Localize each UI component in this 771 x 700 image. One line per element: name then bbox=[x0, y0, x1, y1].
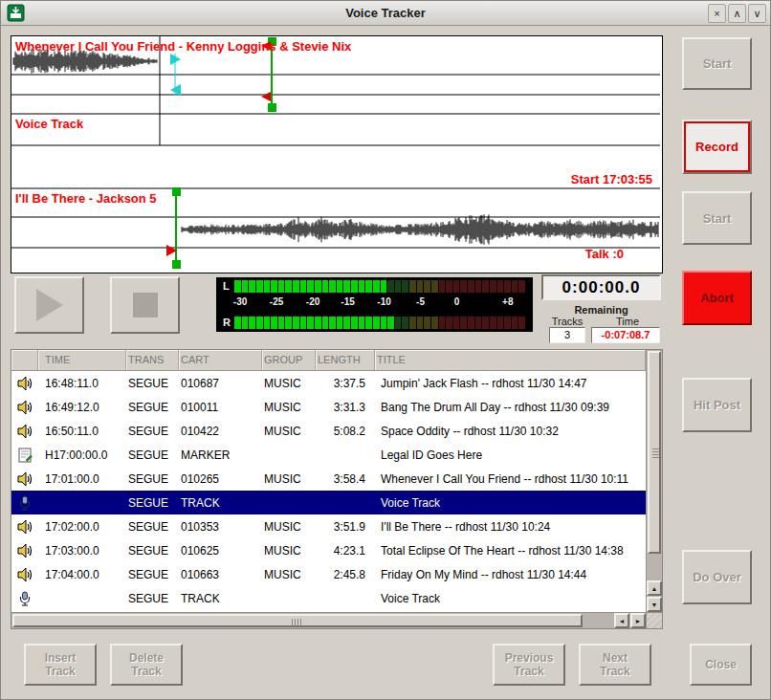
col-icon[interactable] bbox=[11, 350, 38, 370]
play-button[interactable] bbox=[14, 276, 84, 334]
col-length[interactable]: LENGTH bbox=[316, 350, 375, 370]
cell-trans: SEGUE bbox=[126, 472, 179, 486]
maximize-icon[interactable]: ∧ bbox=[728, 4, 746, 23]
insert-track-button[interactable]: Insert Track bbox=[24, 644, 97, 686]
do-over-button[interactable]: Do Over bbox=[682, 550, 752, 604]
vertical-scrollbar[interactable]: ▲ ▼ bbox=[646, 350, 662, 612]
cell-title: Voice Track bbox=[375, 496, 646, 510]
start-track3-button[interactable]: Start bbox=[682, 191, 752, 245]
speaker-icon bbox=[11, 424, 38, 439]
cell-group: MUSIC bbox=[262, 401, 316, 414]
log-row[interactable]: 17:04:00.0SEGUE010663MUSIC2:45.8Friday O… bbox=[11, 562, 646, 586]
stop-button[interactable] bbox=[110, 276, 180, 334]
cell-cart: 010687 bbox=[179, 377, 262, 390]
hit-post-button[interactable]: Hit Post bbox=[682, 378, 752, 432]
col-group[interactable]: GROUP bbox=[262, 350, 316, 370]
abort-label: Abort bbox=[700, 291, 734, 305]
cell-time: H17:00:00.0 bbox=[38, 448, 126, 462]
cell-length: 3:37.5 bbox=[316, 377, 375, 390]
next-track-label: Next Track bbox=[595, 651, 635, 679]
cell-group: MUSIC bbox=[262, 472, 316, 486]
abort-button[interactable]: Abort bbox=[682, 271, 752, 325]
log-row[interactable]: 17:01:00.0SEGUE010265MUSIC3:58.4Whenever… bbox=[11, 467, 646, 491]
col-time[interactable]: TIME bbox=[38, 350, 126, 370]
cell-cart: TRACK bbox=[179, 592, 262, 605]
close-label: Close bbox=[705, 658, 737, 671]
waveform-panel[interactable]: Whenever I Call You Friend - Kenny Loggi… bbox=[11, 35, 663, 273]
next-track-button[interactable]: Next Track bbox=[579, 644, 651, 686]
cell-length: 5:08.2 bbox=[316, 425, 375, 438]
hscroll-thumb[interactable] bbox=[12, 614, 583, 627]
remaining-tracks-value: 3 bbox=[549, 327, 585, 343]
vscroll-thumb[interactable] bbox=[648, 351, 661, 554]
log-row[interactable]: H17:00:00.0SEGUEMARKERLegal ID Goes Here bbox=[11, 443, 646, 467]
scroll-left-icon[interactable]: ◄ bbox=[614, 613, 629, 628]
remaining-tracks-label: Tracks bbox=[545, 316, 589, 327]
cell-trans: SEGUE bbox=[126, 592, 179, 605]
scroll-down-icon[interactable]: ▼ bbox=[647, 597, 662, 612]
log-header[interactable]: TIME TRANS CART GROUP LENGTH TITLE bbox=[11, 350, 646, 371]
close-button[interactable]: Close bbox=[690, 644, 752, 686]
titlebar[interactable]: Voice Tracker × ∧ ∨ bbox=[1, 1, 770, 26]
scroll-up-icon[interactable]: ▲ bbox=[647, 580, 662, 596]
track3-marker-handle-top[interactable] bbox=[172, 187, 181, 196]
log-row[interactable]: 16:48:11.0SEGUE010687MUSIC3:37.5Jumpin' … bbox=[11, 371, 646, 395]
speaker-icon bbox=[11, 543, 38, 558]
cell-time: 16:49:12.0 bbox=[38, 401, 126, 414]
meter-right-label: R bbox=[223, 317, 231, 328]
cell-cart: 010265 bbox=[179, 472, 262, 486]
cell-title: Whenever I Call You Friend -- rdhost 11/… bbox=[375, 472, 646, 486]
shade-icon[interactable]: ∨ bbox=[748, 4, 766, 23]
track3-marker-handle-bottom[interactable] bbox=[172, 260, 181, 269]
cell-cart: 010422 bbox=[179, 425, 262, 438]
track1-title: Whenever I Call You Friend - Kenny Loggi… bbox=[15, 39, 351, 54]
remaining-time-value: -0:07:08.7 bbox=[591, 327, 660, 343]
cell-title: Legal ID Goes Here bbox=[375, 448, 646, 462]
speaker-icon bbox=[11, 471, 38, 487]
waveform-canvas bbox=[11, 36, 660, 271]
record-button[interactable]: Record bbox=[682, 120, 752, 174]
stop-icon bbox=[133, 293, 158, 317]
cell-cart: MARKER bbox=[179, 448, 262, 462]
track1-fade-marker-bottom[interactable] bbox=[261, 92, 271, 101]
cell-trans: SEGUE bbox=[126, 448, 179, 462]
remaining-label: Remaining bbox=[541, 304, 661, 316]
cell-length: 3:51.9 bbox=[316, 520, 375, 534]
do-over-label: Do Over bbox=[693, 570, 741, 584]
audio-level-meter: L -30-25-20-15-10-50+8 R bbox=[216, 277, 533, 332]
track3-title: I'll Be There - Jackson 5 bbox=[15, 191, 157, 206]
previous-track-button[interactable]: Previous Track bbox=[493, 644, 565, 686]
col-trans[interactable]: TRANS bbox=[126, 350, 179, 370]
hit-post-label: Hit Post bbox=[694, 398, 740, 412]
col-title[interactable]: TITLE bbox=[375, 350, 646, 370]
marker-icon bbox=[11, 448, 38, 463]
window-title: Voice Tracker bbox=[1, 1, 770, 25]
window-controls: × ∧ ∨ bbox=[708, 4, 766, 23]
col-cart[interactable]: CART bbox=[179, 350, 262, 370]
log-row[interactable]: 16:49:12.0SEGUE010011MUSIC3:31.3Bang The… bbox=[11, 395, 646, 419]
cell-group: MUSIC bbox=[262, 377, 316, 390]
track3-talk-annotation: Talk :0 bbox=[585, 247, 624, 261]
meter-left-bar bbox=[234, 280, 525, 293]
scroll-right-icon[interactable]: ► bbox=[630, 613, 646, 628]
close-icon[interactable]: × bbox=[708, 4, 726, 23]
start-track1-button[interactable]: Start bbox=[682, 37, 752, 90]
cell-trans: SEGUE bbox=[126, 520, 179, 534]
log-row[interactable]: SEGUETRACKVoice Track bbox=[11, 491, 646, 514]
log-row[interactable]: 16:50:11.0SEGUE010422MUSIC5:08.2Space Od… bbox=[11, 419, 646, 443]
log-row[interactable]: 17:03:00.0SEGUE010625MUSIC4:23.1Total Ec… bbox=[11, 538, 646, 562]
horizontal-scrollbar[interactable]: ◄ ► bbox=[11, 612, 646, 628]
cell-time: 17:02:00.0 bbox=[38, 520, 126, 534]
elapsed-time-display: 0:00:00.0 bbox=[541, 274, 661, 300]
delete-track-button[interactable]: Delete Track bbox=[110, 644, 183, 686]
cell-cart: TRACK bbox=[179, 496, 262, 510]
track1-marker-handle-bottom[interactable] bbox=[268, 103, 276, 112]
track-log: TIME TRANS CART GROUP LENGTH TITLE 16:48… bbox=[11, 349, 663, 629]
cell-trans: SEGUE bbox=[126, 377, 179, 390]
speaker-icon bbox=[11, 519, 38, 535]
cell-length: 3:31.3 bbox=[316, 401, 375, 414]
resize-grip[interactable] bbox=[646, 612, 662, 628]
log-row[interactable]: SEGUETRACKVoice Track bbox=[11, 586, 646, 610]
log-row[interactable]: 17:02:00.0SEGUE010353MUSIC3:51.9I'll Be … bbox=[11, 514, 646, 538]
start-track1-label: Start bbox=[703, 56, 732, 71]
